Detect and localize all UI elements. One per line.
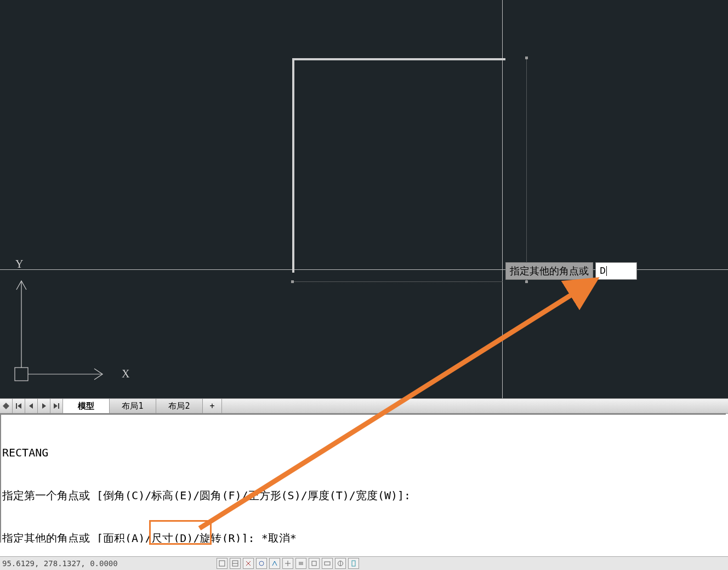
status-toggle-icon[interactable] <box>269 558 280 569</box>
layout-tab-bar: 模型 布局1 布局2 + <box>0 398 728 414</box>
svg-rect-26 <box>352 561 355 566</box>
svg-rect-11 <box>219 561 225 566</box>
status-bar: 95.6129, 278.1327, 0.0000 <box>0 556 728 570</box>
rectangle-preview-left <box>292 58 294 273</box>
command-history-window[interactable]: RECTANG 指定第一个角点或 [倒角(C)/标高(E)/圆角(F)/正方形(… <box>0 414 726 543</box>
status-toggle-icon[interactable] <box>256 558 267 569</box>
svg-marker-4 <box>6 403 9 409</box>
scroll-resize-icon[interactable] <box>0 399 13 413</box>
status-icon-group <box>217 557 359 570</box>
rectangle-preview-top <box>292 58 505 60</box>
rect-marker-tr <box>525 57 528 59</box>
svg-marker-8 <box>42 403 46 409</box>
svg-rect-10 <box>58 403 59 409</box>
tab-prev-icon[interactable] <box>25 399 38 413</box>
drawing-canvas[interactable]: 指定其他的角点或 D X Y <box>0 0 728 398</box>
rect-marker-br <box>525 280 528 283</box>
status-toggle-icon[interactable] <box>309 558 320 569</box>
svg-marker-9 <box>54 403 58 409</box>
dynamic-input-value: D <box>600 266 606 276</box>
status-toggle-icon[interactable] <box>230 558 241 569</box>
tab-add-button[interactable]: + <box>203 399 222 413</box>
tab-next-icon[interactable] <box>38 399 50 413</box>
tab-layout2[interactable]: 布局2 <box>156 399 203 413</box>
status-toggle-icon[interactable] <box>243 558 254 569</box>
tab-first-icon[interactable] <box>13 399 25 413</box>
rectangle-preview-bottom-dotted <box>292 281 503 282</box>
command-history-line: 指定其他的角点或 [面积(A)/尺寸(D)/旋转(R)]: *取消* <box>2 531 725 543</box>
status-toggle-icon[interactable] <box>282 558 293 569</box>
status-toggle-icon[interactable] <box>295 558 306 569</box>
tab-layout1[interactable]: 布局1 <box>110 399 156 413</box>
svg-rect-5 <box>16 403 17 409</box>
svg-rect-22 <box>312 561 316 566</box>
tab-model[interactable]: 模型 <box>63 399 110 413</box>
rectangle-preview-right-dotted <box>526 58 527 281</box>
dynamic-input-field[interactable]: D <box>595 262 637 280</box>
ucs-x-label: X <box>122 368 130 380</box>
command-history-line: 指定第一个角点或 [倒角(C)/标高(E)/圆角(F)/正方形(S)/厚度(T)… <box>2 488 725 503</box>
svg-marker-3 <box>3 403 6 409</box>
rect-marker-bl <box>291 280 294 283</box>
dynamic-input-label: 指定其他的角点或 <box>505 262 593 280</box>
ucs-icon: X Y <box>12 259 133 385</box>
svg-marker-7 <box>29 403 33 409</box>
status-coordinates: 95.6129, 278.1327, 0.0000 <box>2 559 118 568</box>
svg-rect-0 <box>15 368 28 381</box>
status-toggle-icon[interactable] <box>335 558 346 569</box>
status-toggle-icon[interactable] <box>322 558 333 569</box>
svg-point-16 <box>259 561 264 566</box>
tab-group: 模型 布局1 布局2 + <box>63 399 222 413</box>
dynamic-input-group: 指定其他的角点或 D <box>505 262 637 280</box>
tab-nav-buttons <box>0 399 63 413</box>
svg-rect-23 <box>325 562 330 565</box>
tab-last-icon[interactable] <box>50 399 63 413</box>
command-history-line: RECTANG <box>2 445 725 460</box>
ucs-y-label: Y <box>15 259 23 270</box>
status-toggle-icon[interactable] <box>217 558 228 569</box>
status-toggle-icon[interactable] <box>348 558 359 569</box>
text-cursor <box>606 266 607 276</box>
svg-marker-6 <box>18 403 21 409</box>
